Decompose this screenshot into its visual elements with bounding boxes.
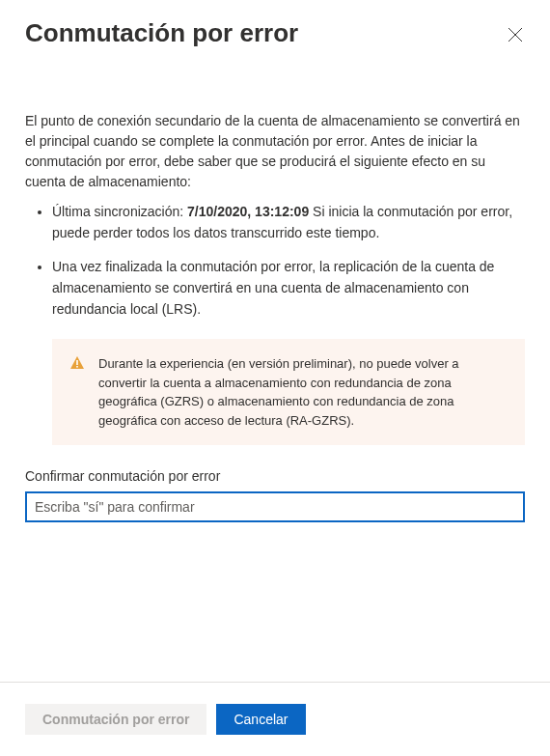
bullet-last-sync-time: 7/10/2020, 13:12:09 (187, 204, 309, 219)
close-icon (508, 27, 523, 45)
intro-paragraph: El punto de conexión secundario de la cu… (25, 111, 525, 192)
confirm-input[interactable] (25, 491, 525, 522)
warning-text: Durante la experiencia (en versión preli… (98, 354, 508, 430)
cancel-button[interactable]: Cancelar (216, 704, 305, 735)
bullet-last-sync: Última sincronización: 7/10/2020, 13:12:… (52, 202, 525, 243)
dialog-footer: Conmutación por error Cancelar (0, 682, 550, 756)
close-button[interactable] (502, 21, 529, 51)
bullet-replication-text: Una vez finalizada la conmutación por er… (52, 259, 494, 316)
svg-rect-3 (76, 366, 78, 368)
bullet-replication: Una vez finalizada la conmutación por er… (52, 257, 525, 320)
svg-rect-2 (76, 360, 78, 365)
bullet-last-sync-pre: Última sincronización: (52, 204, 187, 219)
failover-button[interactable]: Conmutación por error (25, 704, 206, 735)
confirm-label: Confirmar conmutación por error (25, 468, 525, 484)
dialog-title: Conmutación por error (25, 17, 298, 49)
warning-icon (69, 355, 85, 374)
warning-callout: Durante la experiencia (en versión preli… (52, 339, 525, 445)
